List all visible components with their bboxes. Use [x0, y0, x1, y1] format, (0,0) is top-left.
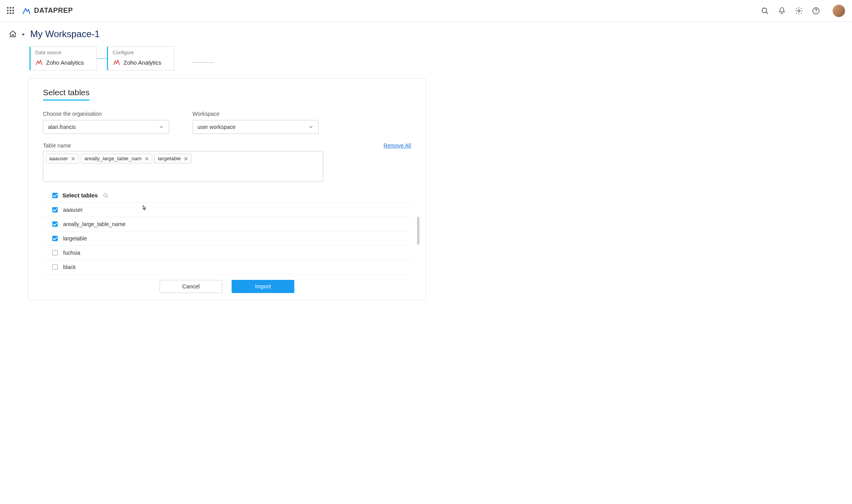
row-checkbox[interactable] — [52, 221, 58, 227]
search-icon[interactable] — [761, 7, 769, 15]
remove-all-link[interactable]: Remove All — [383, 142, 411, 149]
search-icon[interactable] — [103, 192, 109, 199]
row-checkbox[interactable] — [52, 250, 58, 255]
chevron-down-icon — [159, 124, 164, 130]
help-icon[interactable] — [812, 7, 820, 15]
bell-icon[interactable] — [778, 7, 786, 15]
import-button[interactable]: Import — [232, 280, 294, 293]
step-data-source[interactable]: Data source Zoho Analytics — [29, 46, 97, 70]
table-list-header: Select tables — [43, 188, 411, 203]
organisation-select[interactable]: alan.francis — [43, 120, 169, 134]
panel-title: Select tables — [43, 88, 89, 101]
chip-text: aaauser — [49, 156, 68, 161]
table-row[interactable]: aaauser — [43, 203, 411, 217]
svg-point-5 — [104, 194, 107, 197]
select-tables-panel: Select tables Choose the organisation al… — [28, 78, 426, 300]
step-label: Configure — [113, 50, 169, 55]
avatar[interactable] — [833, 5, 845, 17]
table-row[interactable]: black — [43, 260, 411, 274]
svg-point-2 — [798, 10, 800, 12]
organisation-label: Choose the organisation — [43, 111, 169, 117]
zoho-analytics-icon — [113, 58, 120, 66]
row-checkbox[interactable] — [52, 236, 58, 241]
table-name: aaauser — [63, 207, 83, 213]
select-all-checkbox[interactable] — [52, 193, 58, 198]
table-row[interactable]: fuchsia — [43, 246, 411, 260]
close-icon[interactable] — [145, 157, 149, 161]
chip: aaauser — [46, 154, 79, 163]
step-name: Zoho Analytics — [124, 59, 161, 66]
step-connector — [97, 58, 107, 59]
row-checkbox[interactable] — [52, 207, 58, 213]
chip: areally_large_table_nam — [81, 154, 152, 163]
step-label: Data source — [35, 50, 92, 55]
table-row[interactable]: largetable — [43, 231, 411, 246]
workspace-field: Workspace user workspace — [192, 111, 319, 134]
cancel-button[interactable]: Cancel — [160, 280, 222, 293]
cursor-icon — [141, 204, 148, 212]
close-icon[interactable] — [184, 157, 188, 161]
organisation-value: alan.francis — [48, 124, 76, 130]
zoho-analytics-icon — [35, 58, 43, 66]
svg-point-4 — [816, 12, 816, 13]
breadcrumb: ▸ My Workspace-1 — [0, 22, 852, 43]
table-name: areally_large_table_name — [63, 221, 125, 227]
app-name: DATAPREP — [34, 7, 73, 15]
home-icon[interactable] — [9, 30, 17, 38]
workspace-value: user workspace — [198, 124, 235, 130]
breadcrumb-separator-icon: ▸ — [22, 31, 25, 37]
step-placeholder — [192, 62, 214, 63]
row-checkbox[interactable] — [52, 264, 58, 270]
table-list-section: Select tables aaauser areally_large_tabl… — [43, 188, 411, 274]
dataprep-logo-icon — [22, 6, 31, 15]
app-launcher-icon[interactable] — [7, 7, 15, 15]
chip-text: areally_large_table_nam — [84, 156, 142, 161]
chip: largetable — [155, 154, 191, 163]
table-name: black — [63, 264, 76, 270]
app-logo[interactable]: DATAPREP — [22, 6, 73, 15]
table-row[interactable]: areally_large_table_name — [43, 217, 411, 231]
step-configure[interactable]: Configure Zoho Analytics — [107, 46, 174, 70]
workspace-select[interactable]: user workspace — [192, 120, 319, 134]
table-name: largetable — [63, 235, 87, 242]
table-list-title: Select tables — [62, 192, 98, 199]
chevron-down-icon — [308, 124, 314, 130]
chip-text: largetable — [158, 156, 181, 161]
close-icon[interactable] — [71, 157, 75, 161]
organisation-field: Choose the organisation alan.francis — [43, 111, 169, 134]
panel-footer: Cancel Import — [43, 274, 411, 300]
tablename-label: Table name — [43, 142, 71, 149]
workspace-label: Workspace — [192, 111, 319, 117]
page-title: My Workspace-1 — [30, 29, 100, 39]
scrollbar-thumb[interactable] — [417, 217, 419, 245]
tablename-chipbox[interactable]: aaauser areally_large_table_nam largetab… — [43, 151, 323, 182]
svg-line-1 — [766, 12, 768, 14]
svg-point-0 — [762, 8, 767, 12]
table-list: aaauser areally_large_table_name largeta… — [43, 203, 411, 274]
header-actions — [761, 5, 845, 17]
gear-icon[interactable] — [795, 7, 803, 15]
app-header: DATAPREP — [0, 0, 852, 22]
step-name: Zoho Analytics — [46, 59, 84, 66]
svg-line-6 — [106, 196, 108, 197]
table-name: fuchsia — [63, 250, 80, 256]
wizard-steps: Data source Zoho Analytics Configure Zoh… — [0, 43, 852, 78]
